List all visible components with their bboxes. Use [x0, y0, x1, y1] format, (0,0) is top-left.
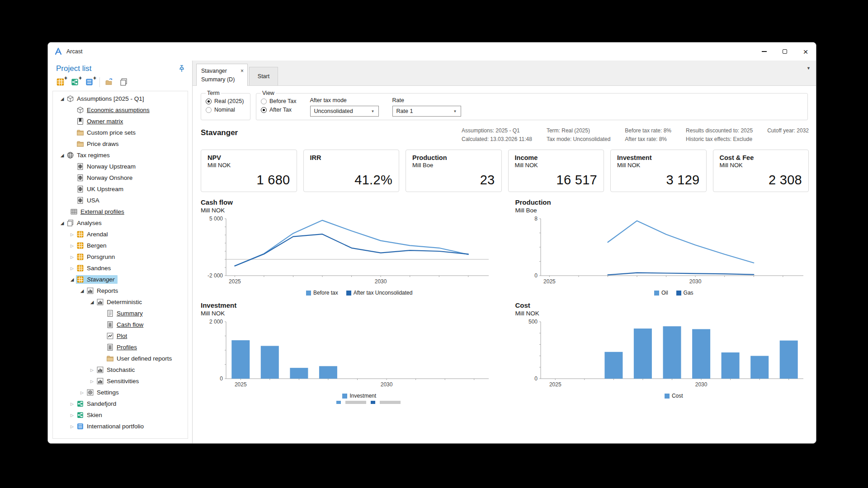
tab-stavanger-summary[interactable]: Stavanger × Summary (D): [196, 64, 248, 86]
tree-item-external-profiles[interactable]: External profiles: [53, 206, 188, 217]
tree-item-price-draws[interactable]: Price draws: [53, 138, 188, 150]
new-document-button[interactable]: +: [85, 78, 94, 87]
expander-closed-icon[interactable]: ▷: [88, 379, 96, 384]
svg-text:2025: 2025: [235, 381, 247, 388]
expander-open-icon[interactable]: ◢: [68, 277, 76, 282]
term-radio-nominal[interactable]: Nominal: [206, 107, 245, 113]
term-group-label: Term: [206, 90, 221, 96]
svg-text:2030: 2030: [695, 381, 707, 388]
tree-item-user-defined-reports[interactable]: User defined reports: [53, 353, 188, 364]
view-radio-after-tax[interactable]: After Tax: [261, 107, 297, 113]
tree-item-international-portfolio[interactable]: ▷International portfolio: [53, 421, 188, 432]
report-info: Assumptions: 2025 - Q1Calculated: 13.03.…: [462, 127, 809, 144]
tree-item-label: Sensitivities: [107, 378, 139, 385]
expander-open-icon[interactable]: ◢: [58, 221, 66, 225]
expander-closed-icon[interactable]: ▷: [68, 244, 76, 248]
tree-item-porsgrunn[interactable]: ▷Porsgrunn: [53, 251, 188, 263]
tree-item-uk-upstream[interactable]: UK Upstream: [53, 183, 188, 195]
tab-start[interactable]: Start: [249, 67, 278, 85]
expander-closed-icon[interactable]: ▷: [68, 266, 76, 271]
document-icon: [106, 310, 114, 317]
minimize-button[interactable]: [754, 42, 774, 61]
tree-item-stavanger[interactable]: ◢Stavanger: [53, 274, 188, 285]
after-tax-mode-select[interactable]: Unconsolidated ▼: [310, 106, 379, 117]
info-column: Before tax rate: 8%After tax rate: 8%: [625, 127, 671, 144]
new-diagram-button[interactable]: +: [71, 78, 80, 87]
expander-closed-icon[interactable]: ▷: [88, 368, 96, 372]
doc-globe-icon: [76, 174, 84, 182]
term-group: Term Real (2025)Nominal: [201, 90, 250, 120]
tree-item-sensitivities[interactable]: ▷Sensitivities: [53, 375, 188, 387]
tree-item-norway-onshore[interactable]: Norway Onshore: [53, 172, 188, 183]
tree-item-sandefjord[interactable]: ▷Sandefjord: [53, 398, 188, 409]
kpi-row: NPVMill NOK1 680IRR41.2%ProductionMill B…: [201, 150, 809, 192]
expander-closed-icon[interactable]: ▷: [68, 413, 76, 418]
tree-item-owner-matrix[interactable]: Owner matrix: [53, 116, 188, 127]
analysis-table-icon: [76, 276, 84, 283]
expander-closed-icon[interactable]: ▷: [78, 390, 86, 395]
chart-unit: Mill NOK: [201, 310, 495, 317]
kpi-card-production: ProductionMill Boe23: [406, 150, 502, 192]
bar-chart-icon: [96, 366, 104, 374]
tree-item-norway-upstream[interactable]: Norway Upstream: [53, 161, 188, 172]
tree-item-economic-assumptions[interactable]: Economic assumptions: [53, 104, 188, 116]
chart-unit: Mill NOK: [515, 310, 809, 317]
close-button[interactable]: ×: [795, 42, 816, 61]
expander-closed-icon[interactable]: ▷: [68, 232, 76, 237]
legend-label: Cost: [672, 393, 683, 399]
tree-item-custom-price-sets[interactable]: Custom price sets: [53, 127, 188, 138]
expander-closed-icon[interactable]: ▷: [68, 255, 76, 259]
legend-swatch: [306, 291, 311, 296]
tree-item-assumptions-2025-q1[interactable]: ◢Assumptions [2025 - Q1]: [53, 93, 188, 104]
tab-close-icon[interactable]: ×: [239, 67, 244, 75]
clipped-legend-swatch: [336, 401, 341, 404]
tree-item-settings[interactable]: ▷Settings: [53, 387, 188, 398]
tree-item-plot[interactable]: Plot: [53, 330, 188, 342]
view-radio-before-tax[interactable]: Before Tax: [261, 98, 297, 104]
view-radios: Before TaxAfter Tax: [261, 97, 297, 113]
toolbar-separator: [99, 77, 100, 87]
tree-item-stochastic[interactable]: ▷Stochastic: [53, 364, 188, 375]
open-button[interactable]: [105, 78, 114, 87]
copy-button[interactable]: [119, 78, 129, 87]
svg-text:2025: 2025: [543, 278, 556, 285]
tree-item-arendal[interactable]: ▷Arendal: [53, 229, 188, 240]
tree-item-label: Summary: [117, 310, 143, 317]
tree-item-usa[interactable]: USA: [53, 195, 188, 206]
pin-icon[interactable]: [178, 65, 186, 73]
kpi-card-income: IncomeMill NOK16 517: [508, 150, 604, 192]
radio-icon: [206, 99, 212, 104]
tree-item-summary[interactable]: Summary: [53, 308, 188, 319]
expander-open-icon[interactable]: ◢: [78, 288, 86, 293]
expander-closed-icon[interactable]: ▷: [68, 402, 76, 406]
folder-icon: [106, 355, 114, 362]
kpi-value: 23: [412, 173, 495, 188]
tree-item-cash-flow[interactable]: Cash flow: [53, 319, 188, 330]
expander-open-icon[interactable]: ◢: [88, 300, 96, 305]
tree-item-sandnes[interactable]: ▷Sandnes: [53, 263, 188, 274]
bar-chart-icon: [96, 377, 104, 385]
sidebar-title: Project list: [56, 64, 91, 73]
expander-closed-icon[interactable]: ▷: [68, 424, 76, 429]
rate-select[interactable]: Rate 1 ▼: [392, 106, 461, 117]
expander-open-icon[interactable]: ◢: [58, 96, 66, 101]
term-radio-real-2025[interactable]: Real (2025): [206, 98, 245, 104]
after-tax-mode-label: After tax mode: [310, 97, 379, 103]
network-icon: [76, 400, 84, 408]
tree-item-tax-regimes[interactable]: ◢Tax regimes: [53, 150, 188, 161]
new-analysis-button[interactable]: +: [56, 78, 66, 87]
tree-item-deterministic[interactable]: ◢Deterministic: [53, 296, 188, 308]
tree-item-label: Settings: [97, 389, 119, 396]
tree-item-label: Profiles: [117, 344, 137, 351]
tree-item-label: Assumptions [2025 - Q1]: [77, 95, 144, 102]
tab-overflow-chevron-down-icon[interactable]: ▼: [807, 66, 811, 70]
tree-item-profiles[interactable]: Profiles: [53, 342, 188, 353]
tree-item-reports[interactable]: ◢Reports: [53, 285, 188, 296]
tree-item-analyses[interactable]: ◢Analyses: [53, 217, 188, 229]
maximize-button[interactable]: [774, 42, 795, 61]
tree-item-bergen[interactable]: ▷Bergen: [53, 240, 188, 251]
tree-item-skien[interactable]: ▷Skien: [53, 409, 188, 421]
tree-item-label: Owner matrix: [87, 118, 123, 125]
legend-swatch: [342, 394, 347, 399]
expander-open-icon[interactable]: ◢: [58, 153, 66, 158]
